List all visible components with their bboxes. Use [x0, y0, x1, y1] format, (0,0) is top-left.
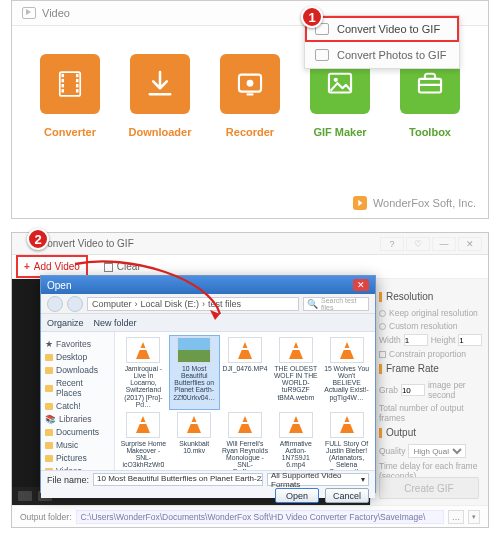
- tile-recorder[interactable]: Recorder: [212, 54, 288, 138]
- file-item[interactable]: Jamiroquai - Live in Locarno, Switzerlan…: [119, 336, 168, 409]
- forward-button[interactable]: [67, 296, 83, 312]
- svg-rect-11: [247, 93, 254, 95]
- grab-input[interactable]: [401, 384, 425, 396]
- clear-button[interactable]: Clear: [104, 261, 141, 272]
- step-badge-1: 1: [301, 6, 323, 28]
- custom-resolution-option[interactable]: Custom resolution: [379, 321, 480, 331]
- nav-item[interactable]: Music: [45, 440, 110, 450]
- file-name-input[interactable]: 10 Most Beautiful Butterflies on Planet …: [93, 473, 263, 486]
- file-item[interactable]: THE OLDEST WOLF IN THE WORLD-tuR9GZF tBM…: [271, 336, 320, 409]
- organize-button[interactable]: Organize: [47, 318, 84, 328]
- main-window-top: Video Converter Downloader Recorder GIF …: [11, 0, 489, 219]
- location-breadcrumb[interactable]: Computer› Local Disk (E:)› test files: [87, 297, 299, 311]
- constrain-option[interactable]: Constrain proportion: [379, 349, 480, 359]
- svg-rect-3: [62, 84, 65, 87]
- output-folder-label: Output folder:: [20, 512, 72, 522]
- like-icon[interactable]: ♡: [406, 237, 430, 251]
- tile-label: GIF Maker: [302, 126, 378, 138]
- svg-rect-6: [76, 79, 79, 82]
- step-badge-2: 2: [27, 228, 49, 250]
- nav-item[interactable]: Documents: [45, 427, 110, 437]
- height-input[interactable]: [458, 334, 482, 346]
- video-tab-label: Video: [42, 7, 70, 19]
- nav-item[interactable]: Desktop: [45, 352, 110, 362]
- help-icon[interactable]: ?: [380, 237, 404, 251]
- cancel-button[interactable]: Cancel: [325, 488, 369, 503]
- tile-label: Downloader: [122, 126, 198, 138]
- file-item[interactable]: Affirmative Action-1N7S9J1 6.mp4: [271, 411, 320, 470]
- create-gif-button[interactable]: Create GIF: [379, 477, 479, 499]
- recorder-icon: [233, 67, 267, 101]
- file-item[interactable]: Will Ferrell's Ryan Reynolds Monologue -…: [221, 411, 270, 470]
- menu-item-label: Convert Video to GIF: [337, 23, 440, 35]
- file-item[interactable]: 15 Wolves You Won't BELIEVE Actually Exi…: [322, 336, 371, 409]
- file-name-label: File name:: [47, 475, 89, 485]
- width-input[interactable]: [404, 334, 428, 346]
- framerate-header: Frame Rate: [379, 363, 480, 374]
- file-item[interactable]: Skunkbait 10.mkv: [170, 411, 219, 470]
- output-header: Output: [379, 427, 480, 438]
- new-folder-button[interactable]: New folder: [94, 318, 137, 328]
- nav-item[interactable]: Catch!: [45, 401, 110, 411]
- tile-label: Converter: [32, 126, 108, 138]
- brand: WonderFox Soft, Inc.: [353, 196, 476, 210]
- menu-item-label: Convert Photos to GIF: [337, 49, 446, 61]
- open-button[interactable]: Open: [275, 488, 319, 503]
- nav-favorites[interactable]: ★ Favorites: [45, 339, 110, 349]
- minimize-button[interactable]: —: [432, 237, 456, 251]
- video-icon: [22, 7, 36, 19]
- clear-label: Clear: [117, 261, 141, 272]
- tile-converter[interactable]: Converter: [32, 54, 108, 138]
- window-title: Convert Video to GIF: [40, 238, 134, 249]
- file-type-filter[interactable]: All Supported Video Formats▾: [267, 473, 369, 486]
- photo-small-icon: [315, 49, 329, 61]
- tile-downloader[interactable]: Downloader: [122, 54, 198, 138]
- dialog-titlebar: Open ✕: [41, 276, 375, 294]
- nav-libraries[interactable]: 📚 Libraries: [45, 414, 110, 424]
- dialog-bottom: File name: 10 Most Beautiful Butterflies…: [41, 470, 375, 498]
- add-video-label: Add Video: [34, 261, 80, 272]
- resolution-header: Resolution: [379, 291, 480, 302]
- file-item[interactable]: DJI_0476.MP4: [221, 336, 270, 409]
- play-button[interactable]: [18, 491, 32, 501]
- file-list: Jamiroquai - Live in Locarno, Switzerlan…: [115, 332, 375, 470]
- nav-item[interactable]: Pictures: [45, 453, 110, 463]
- tile-label: Toolbox: [392, 126, 468, 138]
- menu-convert-photos-to-gif[interactable]: Convert Photos to GIF: [305, 42, 459, 68]
- quality-row: Quality High Quality: [379, 444, 480, 458]
- close-button[interactable]: ✕: [458, 237, 482, 251]
- svg-rect-1: [62, 74, 65, 77]
- nav-item[interactable]: Recent Places: [45, 378, 110, 398]
- back-button[interactable]: [47, 296, 63, 312]
- grab-row: Grab image per second: [379, 380, 480, 400]
- output-folder-path[interactable]: C:\Users\WonderFox\Documents\WonderFox S…: [76, 510, 444, 524]
- file-item[interactable]: Surprise Home Makeover - SNL-icO3khRzWr0…: [119, 411, 168, 470]
- nav-item[interactable]: Videos: [45, 466, 110, 470]
- checkbox-icon: [379, 351, 386, 358]
- radio-icon: [379, 310, 386, 317]
- svg-rect-5: [76, 74, 79, 77]
- nav-item[interactable]: Downloads: [45, 365, 110, 375]
- keep-resolution-option[interactable]: Keep original resolution: [379, 308, 480, 318]
- search-box[interactable]: 🔍 Search test files: [303, 297, 369, 311]
- dialog-address-bar: Computer› Local Disk (E:)› test files 🔍 …: [41, 294, 375, 314]
- open-folder-button[interactable]: ▾: [468, 510, 480, 524]
- browse-folder-button[interactable]: …: [448, 510, 464, 524]
- svg-point-13: [334, 78, 338, 82]
- image-icon: [323, 67, 357, 101]
- add-video-button[interactable]: + Add Video: [20, 259, 84, 274]
- dialog-toolbar: Organize New folder: [41, 314, 375, 332]
- svg-rect-2: [62, 79, 65, 82]
- svg-rect-4: [62, 89, 65, 92]
- menu-convert-video-to-gif[interactable]: Convert Video to GIF: [305, 16, 459, 42]
- window-titlebar: Convert Video to GIF ? ♡ — ✕: [12, 233, 488, 255]
- brand-label: WonderFox Soft, Inc.: [373, 197, 476, 209]
- plus-icon: +: [24, 261, 30, 272]
- file-item[interactable]: FULL Story Of Justin Bieber! (Arianators…: [322, 411, 371, 470]
- film-icon: [53, 67, 87, 101]
- open-file-dialog: Open ✕ Computer› Local Disk (E:)› test f…: [40, 275, 376, 493]
- download-icon: [143, 67, 177, 101]
- dialog-close-button[interactable]: ✕: [353, 279, 369, 291]
- quality-select[interactable]: High Quality: [408, 444, 466, 458]
- file-item[interactable]: 10 Most Beautiful Butterflies on Planet …: [170, 336, 219, 409]
